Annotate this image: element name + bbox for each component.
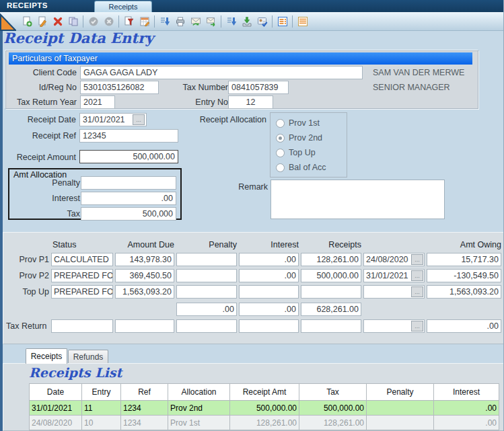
p1-receipts-cell[interactable]: 128,261.00 xyxy=(301,253,361,266)
cell-interest[interactable]: .00 xyxy=(434,416,499,430)
verify-user-button[interactable] xyxy=(255,14,269,28)
cell-entry[interactable]: 10 xyxy=(82,416,121,430)
col-header-receipt-amt[interactable]: Receipt Amt xyxy=(230,384,299,401)
tax-return-year-field[interactable]: 2021 xyxy=(80,95,115,109)
cell-receipt-amt[interactable]: 500,000.00 xyxy=(230,401,299,416)
taxreturn-status-cell[interactable] xyxy=(51,319,113,333)
p1-interest-cell[interactable]: .00 xyxy=(239,253,299,266)
import-list-button[interactable] xyxy=(157,14,172,28)
p1-status-cell[interactable]: CALCULATED xyxy=(51,253,113,266)
entry-no-field[interactable]: 12 xyxy=(228,95,273,109)
col-header-date[interactable]: Date xyxy=(30,384,82,401)
taxreturn-interest-cell[interactable] xyxy=(239,319,299,333)
topup-date-cell[interactable]: ... xyxy=(363,285,425,299)
tax-field[interactable]: 500,000 xyxy=(81,207,176,221)
delete-button[interactable] xyxy=(50,14,65,28)
cell-ref[interactable]: 1234 xyxy=(121,416,168,430)
new-document-button[interactable] xyxy=(20,14,34,28)
summary-view-button[interactable] xyxy=(295,14,310,28)
cell-tax[interactable]: 128,261.00 xyxy=(299,416,367,430)
topup-penalty-cell[interactable] xyxy=(176,285,237,299)
email-exchange-button[interactable] xyxy=(188,14,203,28)
client-code-field[interactable]: GAGA GAGA LADY xyxy=(80,66,363,79)
p2-amt-owing-cell[interactable]: -130,549.50 xyxy=(427,269,501,282)
topup-date-picker-button[interactable]: ... xyxy=(411,286,423,297)
schedule-button[interactable] xyxy=(137,14,151,28)
topup-status-cell[interactable]: PREPARED FOR xyxy=(51,285,113,299)
receive-file-button[interactable] xyxy=(240,14,254,28)
p1-amount-due-cell[interactable]: 143,978.30 xyxy=(115,253,174,266)
tab-receipts[interactable]: Receipts xyxy=(26,348,67,364)
cell-entry[interactable]: 11 xyxy=(82,401,121,416)
receipt-date-field[interactable]: 31/01/2021 ... xyxy=(79,113,147,126)
col-header-interest[interactable]: Interest xyxy=(434,384,499,401)
p2-receipts-cell[interactable]: 500,000.00 xyxy=(301,269,361,282)
receipt-date-picker-button[interactable]: ... xyxy=(133,114,145,125)
p2-status-cell[interactable]: PREPARED FOR xyxy=(51,269,113,282)
receipt-amount-field[interactable]: 500,000.00 xyxy=(79,150,178,163)
copy-button[interactable] xyxy=(66,14,80,28)
p1-penalty-cell[interactable] xyxy=(176,253,237,266)
tab-refunds[interactable]: Refunds xyxy=(68,350,108,364)
taxreturn-date-picker-button[interactable]: ... xyxy=(411,321,423,331)
col-header-entry[interactable]: Entry xyxy=(82,384,121,401)
filter-document-button[interactable] xyxy=(122,14,136,28)
p1-amt-owing-cell[interactable]: 15,717.30 xyxy=(427,253,501,266)
topup-receipts-cell[interactable] xyxy=(301,285,361,299)
p2-date-picker-button[interactable]: ... xyxy=(411,270,423,281)
cancel-button-disabled[interactable] xyxy=(102,14,116,28)
send-mail-button[interactable] xyxy=(204,14,218,28)
p2-interest-cell[interactable]: .00 xyxy=(239,269,299,282)
penalty-field[interactable] xyxy=(81,176,176,190)
accept-button-disabled[interactable] xyxy=(86,14,100,28)
new-document-icon xyxy=(22,16,32,27)
cell-penalty[interactable] xyxy=(367,416,434,430)
col-header-penalty[interactable]: Penalty xyxy=(367,384,434,401)
interest-field[interactable]: .00 xyxy=(81,192,176,205)
toolbar-separator xyxy=(272,15,273,28)
print-button[interactable] xyxy=(173,14,187,28)
receipt-ref-field[interactable]: 12345 xyxy=(79,129,178,143)
p2-amount-due-cell[interactable]: 369,450.50 xyxy=(115,269,174,282)
topup-amt-owing-cell[interactable]: 1,563,093.20 xyxy=(427,285,501,299)
p1-date-picker-button[interactable]: ... xyxy=(411,254,423,265)
tax-number-field[interactable]: 0841057839 xyxy=(228,81,289,94)
taxreturn-penalty-cell[interactable] xyxy=(176,319,237,333)
topup-amount-due-cell[interactable]: 1,563,093.20 xyxy=(115,285,174,299)
col-header-tax[interactable]: Tax xyxy=(299,384,367,401)
p1-date-cell[interactable]: 24/08/2020... xyxy=(363,253,425,266)
cell-ref[interactable]: 1234 xyxy=(121,401,168,416)
col-header-ref[interactable]: Ref xyxy=(121,384,168,401)
cell-receipt-amt[interactable]: 128,261.00 xyxy=(230,416,299,430)
topup-interest-cell[interactable] xyxy=(239,285,299,299)
radio-prov-2nd[interactable]: Prov 2nd xyxy=(276,133,322,143)
taxreturn-receipts-cell[interactable] xyxy=(301,319,361,333)
cell-allocation[interactable]: Prov 2nd xyxy=(168,401,230,416)
col-header-allocation[interactable]: Allocation xyxy=(168,384,230,401)
receipts-list-row[interactable]: 31/01/2021 11 1234 Prov 2nd 500,000.00 5… xyxy=(30,401,499,416)
download-list-button[interactable] xyxy=(224,14,238,28)
id-reg-field[interactable]: 5301035126082 xyxy=(80,81,159,94)
receipts-view-button[interactable] xyxy=(275,14,289,28)
cell-allocation[interactable]: Prov 1st xyxy=(168,416,230,430)
radio-top-up[interactable]: Top Up xyxy=(276,148,316,157)
taxreturn-date-cell[interactable]: ... xyxy=(363,319,425,333)
window-title: RECEIPTS xyxy=(7,1,48,9)
radio-bal-of-acc[interactable]: Bal of Acc xyxy=(276,163,326,172)
window-tab-receipts[interactable]: Receipts xyxy=(94,1,152,12)
cell-date[interactable]: 31/01/2021 xyxy=(30,401,82,416)
taxreturn-amt-owing-cell[interactable]: .00 xyxy=(427,319,501,333)
radio-prov-1st[interactable]: Prov 1st xyxy=(276,118,320,128)
id-reg-label: Id/Reg No xyxy=(13,83,77,92)
cell-interest[interactable]: .00 xyxy=(434,401,499,416)
p2-penalty-cell[interactable] xyxy=(176,269,237,282)
taxreturn-amount-due-cell[interactable] xyxy=(115,319,174,333)
cell-penalty[interactable] xyxy=(367,401,434,416)
cell-date[interactable]: 24/08/2020 xyxy=(30,416,82,430)
radio-circle-icon xyxy=(276,119,285,128)
edit-document-button[interactable] xyxy=(35,14,49,28)
remark-field[interactable] xyxy=(271,180,445,219)
cell-tax[interactable]: 500,000.00 xyxy=(299,401,367,416)
p2-date-cell[interactable]: 31/01/2021... xyxy=(363,269,425,282)
receipts-list-row[interactable]: 24/08/2020 10 1234 Prov 1st 128,261.00 1… xyxy=(30,416,499,430)
